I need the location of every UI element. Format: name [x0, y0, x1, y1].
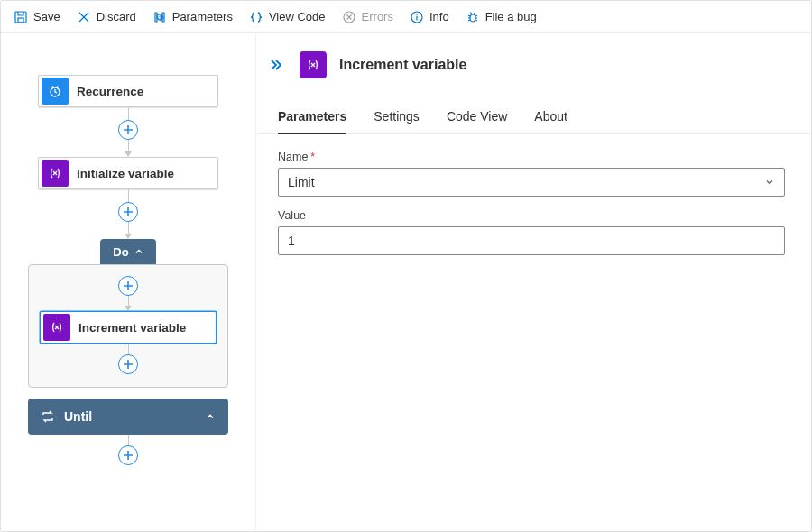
- info-button[interactable]: Info: [402, 6, 457, 28]
- svg-point-6: [470, 14, 475, 22]
- svg-rect-1: [18, 18, 23, 23]
- viewcode-label: View Code: [269, 10, 326, 23]
- chevron-up-icon: [134, 247, 143, 256]
- properties-panel: Increment variable Parameters Settings C…: [256, 33, 811, 531]
- panel-title: Increment variable: [337, 57, 466, 73]
- tab-about[interactable]: About: [534, 104, 567, 133]
- discard-label: Discard: [97, 10, 136, 23]
- variable-icon: [300, 51, 327, 78]
- connector: [118, 107, 138, 157]
- save-label: Save: [33, 10, 60, 23]
- node-initialize-label: Initialize variable: [71, 167, 174, 180]
- connector: [118, 189, 138, 239]
- collapse-panel-button[interactable]: [263, 55, 289, 75]
- name-select[interactable]: Limit: [278, 168, 785, 197]
- parameters-label: Parameters: [172, 10, 233, 23]
- chevron-up-icon: [205, 411, 216, 422]
- bug-label: File a bug: [485, 10, 537, 23]
- chevron-down-icon: [764, 177, 775, 188]
- parameters-icon: @: [152, 10, 167, 24]
- main-area: Recurrence Initialize variable: [1, 33, 811, 531]
- tab-parameters[interactable]: Parameters: [278, 104, 346, 134]
- toolbar: Save Discard @ Parameters View Code Erro…: [1, 1, 811, 33]
- node-initialize-variable[interactable]: Initialize variable: [38, 157, 218, 189]
- node-increment-variable[interactable]: Increment variable: [40, 311, 217, 344]
- save-icon: [14, 10, 28, 24]
- value-input[interactable]: [278, 226, 785, 255]
- discard-icon: [77, 10, 91, 24]
- viewcode-button[interactable]: View Code: [242, 6, 333, 28]
- discard-button[interactable]: Discard: [69, 6, 143, 28]
- loop-icon: [41, 409, 55, 424]
- svg-text:@: @: [158, 14, 164, 21]
- node-recurrence-label: Recurrence: [71, 85, 143, 98]
- parameters-button[interactable]: @ Parameters: [145, 6, 240, 28]
- clock-icon: [42, 78, 69, 105]
- add-step-button[interactable]: [118, 276, 138, 296]
- bug-icon: [466, 10, 480, 24]
- tab-settings[interactable]: Settings: [374, 104, 420, 133]
- code-icon: [249, 10, 263, 24]
- info-icon: [410, 10, 424, 24]
- errors-button: Errors: [335, 6, 401, 28]
- panel-tabs: Parameters Settings Code View About: [256, 78, 811, 134]
- value-label: Value: [278, 209, 789, 222]
- name-value: Limit: [288, 175, 315, 189]
- variable-icon: [43, 314, 70, 341]
- do-label: Do: [113, 245, 128, 259]
- node-increment-label: Increment variable: [73, 321, 186, 335]
- designer-canvas[interactable]: Recurrence Initialize variable: [1, 33, 256, 531]
- do-header[interactable]: Do: [100, 239, 156, 264]
- variable-icon: [42, 160, 69, 187]
- info-label: Info: [429, 10, 449, 23]
- errors-label: Errors: [362, 10, 393, 23]
- errors-icon: [342, 10, 356, 24]
- until-label: Until: [64, 409, 92, 424]
- node-recurrence[interactable]: Recurrence: [38, 75, 218, 107]
- add-step-button[interactable]: [118, 445, 138, 465]
- save-button[interactable]: Save: [6, 6, 68, 28]
- until-bar[interactable]: Until: [28, 399, 228, 435]
- bug-button[interactable]: File a bug: [458, 6, 544, 28]
- do-container: Increment variable: [28, 264, 228, 388]
- parameters-form: Name* Limit Value: [256, 134, 811, 255]
- tab-codeview[interactable]: Code View: [447, 104, 507, 133]
- add-step-button[interactable]: [118, 202, 138, 222]
- svg-rect-0: [15, 12, 26, 23]
- add-step-button[interactable]: [118, 120, 138, 140]
- name-label: Name*: [278, 151, 789, 163]
- add-step-button[interactable]: [118, 354, 138, 374]
